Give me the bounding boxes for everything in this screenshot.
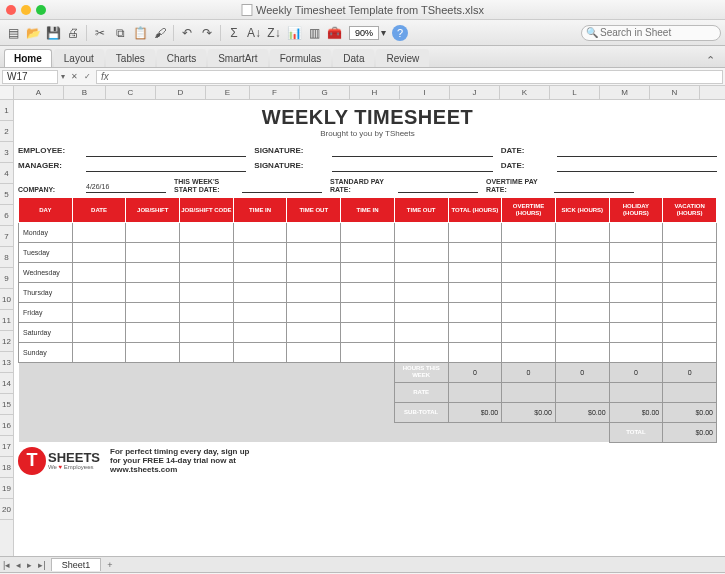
zoom-control[interactable]: ▾ [349, 26, 386, 40]
dropdown-icon[interactable]: ▾ [381, 27, 386, 38]
day-cell[interactable]: Tuesday [19, 242, 73, 262]
chart-icon[interactable]: 📊 [285, 24, 303, 42]
column-header[interactable]: C [106, 86, 156, 99]
data-cell[interactable] [287, 242, 341, 262]
summary-cell[interactable] [555, 382, 609, 402]
row-header[interactable]: 17 [0, 436, 13, 457]
data-cell[interactable] [555, 322, 609, 342]
data-cell[interactable] [609, 302, 663, 322]
data-cell[interactable] [233, 302, 287, 322]
data-cell[interactable] [72, 342, 126, 362]
summary-cell[interactable]: 0 [448, 362, 502, 382]
data-cell[interactable] [341, 342, 395, 362]
column-header[interactable]: F [250, 86, 300, 99]
data-cell[interactable] [233, 262, 287, 282]
data-cell[interactable] [502, 322, 556, 342]
open-icon[interactable]: 📂 [24, 24, 42, 42]
sheet-content[interactable]: WEEKLY TIMESHEET Brought to you by TShee… [14, 100, 725, 479]
namebox-dropdown-icon[interactable]: ▾ [58, 72, 68, 81]
column-header[interactable]: E [206, 86, 250, 99]
column-header[interactable]: I [400, 86, 450, 99]
column-header[interactable]: M [600, 86, 650, 99]
field-employee[interactable] [86, 146, 246, 157]
copy-icon[interactable]: ⧉ [111, 24, 129, 42]
field-signature-2[interactable] [332, 161, 492, 172]
data-cell[interactable] [341, 222, 395, 242]
data-cell[interactable] [609, 282, 663, 302]
data-cell[interactable] [394, 302, 448, 322]
column-header[interactable]: L [550, 86, 600, 99]
data-cell[interactable] [180, 262, 234, 282]
field-week-start[interactable] [242, 183, 322, 193]
summary-cell[interactable]: $0.00 [555, 402, 609, 422]
tab-formulas[interactable]: Formulas [270, 49, 332, 67]
new-doc-icon[interactable]: ▤ [4, 24, 22, 42]
data-cell[interactable] [233, 342, 287, 362]
select-all-cell[interactable] [0, 86, 13, 100]
data-cell[interactable] [609, 222, 663, 242]
summary-cell[interactable] [448, 382, 502, 402]
next-sheet-icon[interactable]: ▸ [24, 560, 35, 570]
data-cell[interactable] [180, 322, 234, 342]
day-cell[interactable]: Friday [19, 302, 73, 322]
data-cell[interactable] [72, 302, 126, 322]
data-cell[interactable] [663, 282, 717, 302]
prev-sheet-icon[interactable]: ◂ [13, 560, 24, 570]
data-cell[interactable] [555, 262, 609, 282]
add-sheet-icon[interactable]: + [101, 560, 118, 570]
data-cell[interactable] [287, 262, 341, 282]
row-header[interactable]: 16 [0, 415, 13, 436]
data-cell[interactable] [609, 322, 663, 342]
close-window-button[interactable] [6, 5, 16, 15]
row-header[interactable]: 1 [0, 100, 13, 121]
data-cell[interactable] [448, 242, 502, 262]
data-cell[interactable] [72, 242, 126, 262]
column-header[interactable]: H [350, 86, 400, 99]
data-cell[interactable] [448, 302, 502, 322]
minimize-window-button[interactable] [21, 5, 31, 15]
data-cell[interactable] [609, 262, 663, 282]
data-cell[interactable] [72, 282, 126, 302]
day-cell[interactable]: Wednesday [19, 262, 73, 282]
data-cell[interactable] [180, 242, 234, 262]
field-signature-1[interactable] [332, 146, 492, 157]
data-cell[interactable] [502, 242, 556, 262]
summary-cell[interactable] [663, 382, 717, 402]
tab-charts[interactable]: Charts [157, 49, 206, 67]
filter-icon[interactable]: ▥ [305, 24, 323, 42]
column-header[interactable]: K [500, 86, 550, 99]
data-cell[interactable] [663, 342, 717, 362]
day-cell[interactable]: Saturday [19, 322, 73, 342]
row-header[interactable]: 12 [0, 331, 13, 352]
summary-cell[interactable]: 0 [502, 362, 556, 382]
save-icon[interactable]: 💾 [44, 24, 62, 42]
row-header[interactable]: 10 [0, 289, 13, 310]
column-header[interactable]: D [156, 86, 206, 99]
undo-icon[interactable]: ↶ [178, 24, 196, 42]
row-header[interactable]: 18 [0, 457, 13, 478]
data-cell[interactable] [394, 222, 448, 242]
field-std-rate[interactable] [398, 183, 478, 193]
data-cell[interactable] [609, 242, 663, 262]
data-cell[interactable] [72, 322, 126, 342]
data-cell[interactable] [448, 222, 502, 242]
name-box[interactable]: W17 [2, 70, 58, 84]
summary-cell[interactable]: $0.00 [448, 402, 502, 422]
row-header[interactable]: 6 [0, 205, 13, 226]
row-header[interactable]: 15 [0, 394, 13, 415]
data-cell[interactable] [394, 282, 448, 302]
data-cell[interactable] [287, 282, 341, 302]
data-cell[interactable] [180, 282, 234, 302]
column-header[interactable]: J [450, 86, 500, 99]
redo-icon[interactable]: ↷ [198, 24, 216, 42]
data-cell[interactable] [663, 262, 717, 282]
tab-home[interactable]: Home [4, 49, 52, 67]
data-cell[interactable] [663, 322, 717, 342]
column-header[interactable]: B [64, 86, 106, 99]
row-header[interactable]: 2 [0, 121, 13, 142]
collapse-ribbon-icon[interactable]: ⌃ [700, 54, 721, 67]
data-cell[interactable] [126, 322, 180, 342]
field-ot-rate[interactable] [554, 183, 634, 193]
data-cell[interactable] [126, 282, 180, 302]
format-painter-icon[interactable]: 🖌 [151, 24, 169, 42]
